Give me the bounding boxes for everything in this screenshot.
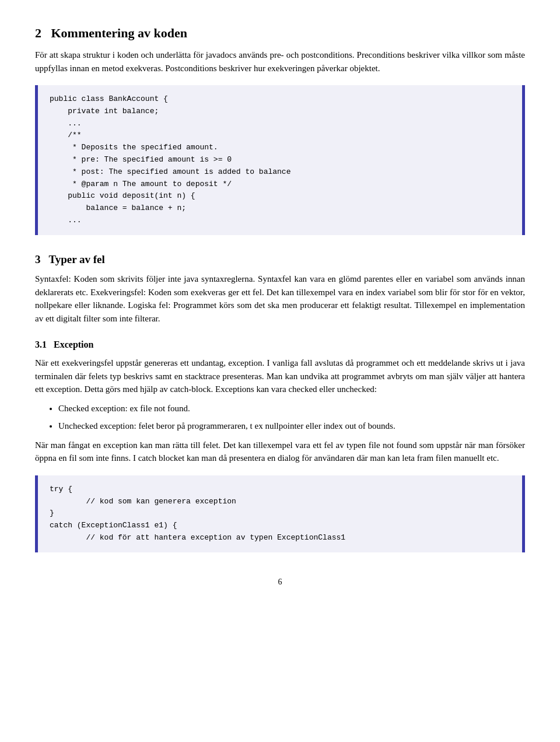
- section2-title: Kommentering av koden: [51, 26, 187, 40]
- list-item-unchecked: Unchecked exception: felet beror på prog…: [58, 419, 525, 433]
- section3-title: Typer av fel: [48, 253, 104, 265]
- section31-body2: När man fångat en exception kan man rätt…: [35, 439, 525, 465]
- list-item-checked: Checked exception: ex file not found.: [58, 402, 525, 415]
- exception-list: Checked exception: ex file not found. Un…: [58, 402, 525, 433]
- section31-body1: När ett exekveringsfel uppstår genereras…: [35, 356, 525, 396]
- section31-heading: 3.1 Exception: [35, 338, 525, 352]
- section31-title: Exception: [54, 340, 93, 349]
- section3-number: 3: [35, 253, 41, 265]
- section2-number: 2: [35, 26, 41, 40]
- section3-heading: 3 Typer av fel: [35, 251, 525, 268]
- code-block-bankaccount: public class BankAccount { private int b…: [35, 85, 525, 235]
- section31-number: 3.1: [35, 340, 47, 349]
- page-number: 6: [35, 576, 525, 588]
- section2-heading: 2 Kommentering av koden: [35, 23, 525, 43]
- section2-intro: För att skapa struktur i koden och under…: [35, 48, 525, 75]
- code-block-trycatch: try { // kod som kan generera exception …: [35, 475, 525, 552]
- section3-body: Syntaxfel: Koden som skrivits följer int…: [35, 272, 525, 325]
